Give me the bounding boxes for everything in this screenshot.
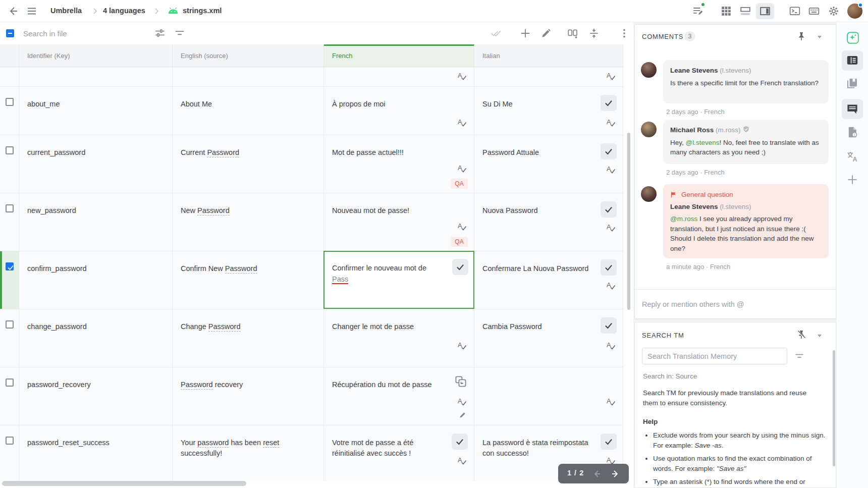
editor-panel-icon[interactable] xyxy=(846,55,858,67)
glossary-books-icon[interactable] xyxy=(846,78,858,90)
spellcheck-icon[interactable] xyxy=(457,341,467,351)
pin-icon[interactable] xyxy=(796,31,806,41)
grid-view-icon[interactable] xyxy=(721,6,732,17)
key-cell[interactable]: current_password xyxy=(19,135,173,193)
spellcheck-icon[interactable] xyxy=(457,456,467,466)
approve-button[interactable] xyxy=(601,433,617,450)
ai-assistant-icon[interactable] xyxy=(846,31,859,44)
comments-panel-icon[interactable] xyxy=(846,103,858,115)
approve-button[interactable] xyxy=(601,259,617,276)
tasks-icon[interactable] xyxy=(692,6,703,17)
add-key-icon[interactable] xyxy=(520,28,531,39)
glossary-term[interactable]: reset xyxy=(263,439,279,448)
italian-cell[interactable]: Su Di Me xyxy=(474,87,623,135)
english-cell[interactable]: About Me xyxy=(173,87,324,135)
approve-all-icon[interactable] xyxy=(491,28,502,39)
unpin-icon[interactable] xyxy=(796,330,806,340)
spellcheck-icon[interactable] xyxy=(606,118,616,128)
italian-cell[interactable]: Nuova Password xyxy=(474,193,623,251)
machine-translation-icon[interactable]: A xyxy=(846,150,858,162)
mention-link[interactable]: @l.stevens xyxy=(686,139,720,146)
spellcheck-icon[interactable] xyxy=(457,118,467,128)
spellcheck-icon[interactable] xyxy=(606,341,616,351)
glossary-term[interactable]: password xyxy=(197,439,229,448)
french-cell[interactable]: Récupération du mot de passe xyxy=(324,367,474,425)
french-cell[interactable]: Mot de passe actuel!!! QA xyxy=(324,135,474,193)
glossary-term[interactable]: Password xyxy=(207,148,239,157)
italian-cell[interactable] xyxy=(474,367,623,425)
english-cell[interactable]: Confirm New Password xyxy=(173,251,324,309)
french-cell[interactable]: Changer le mot de passe xyxy=(324,309,474,367)
mention-link[interactable]: @m.ross xyxy=(670,215,697,223)
french-cell[interactable]: Nouveau mot de passe! QA xyxy=(324,193,474,251)
comment-author[interactable]: Leane Stevens xyxy=(670,203,718,210)
terminal-icon[interactable] xyxy=(789,6,800,17)
bottom-panel-view-icon[interactable] xyxy=(740,6,751,17)
approve-button[interactable] xyxy=(452,433,468,450)
key-cell[interactable]: change_password xyxy=(19,309,173,367)
reply-input[interactable] xyxy=(635,290,836,318)
spellcheck-icon[interactable] xyxy=(606,281,616,291)
row-checkbox[interactable] xyxy=(6,98,14,106)
english-cell[interactable]: Your password has been reset successfull… xyxy=(173,425,324,481)
back-icon[interactable] xyxy=(8,6,19,17)
tune-filter-icon[interactable] xyxy=(154,28,166,39)
select-all-checkbox[interactable] xyxy=(6,29,14,37)
french-cell[interactable]: Votre mot de passe a été réinitialisé av… xyxy=(324,425,474,481)
filter-icon[interactable] xyxy=(174,28,185,39)
menu-icon[interactable] xyxy=(26,6,37,17)
comment-author[interactable]: Michael Ross xyxy=(670,126,714,134)
spellcheck-icon[interactable] xyxy=(457,164,467,174)
spellcheck-icon[interactable] xyxy=(457,71,467,81)
approve-button[interactable] xyxy=(601,317,617,334)
french-cell[interactable]: À propos de moi xyxy=(324,87,474,135)
duplicate-keys-icon[interactable] xyxy=(567,28,578,39)
misspelled-word[interactable]: Pass xyxy=(332,275,348,284)
spellcheck-icon[interactable] xyxy=(606,397,616,407)
spellcheck-icon[interactable] xyxy=(606,223,616,233)
next-page-icon[interactable] xyxy=(610,468,621,479)
english-cell[interactable]: Current Password xyxy=(173,135,324,193)
key-cell[interactable]: password_recovery xyxy=(19,367,173,425)
breadcrumb-languages[interactable]: 4 languages xyxy=(103,7,145,15)
table-horizontal-scrollbar[interactable] xyxy=(2,481,246,486)
glossary-term[interactable]: Password xyxy=(181,381,213,390)
english-cell[interactable]: Change Password xyxy=(173,309,324,367)
key-cell[interactable]: about_me xyxy=(19,87,173,135)
tm-filter-icon[interactable] xyxy=(794,351,804,361)
prev-page-icon[interactable] xyxy=(591,468,603,479)
tm-search-input[interactable] xyxy=(642,348,787,364)
row-checkbox[interactable] xyxy=(6,378,14,387)
breadcrumb-project[interactable]: Umbrella xyxy=(50,7,82,15)
edit-icon[interactable] xyxy=(540,28,552,39)
translation-edit-box[interactable]: Confirmer le nouveau mot de Pass xyxy=(323,251,474,309)
key-cell[interactable] xyxy=(19,67,173,86)
english-cell[interactable]: New Password xyxy=(173,193,324,251)
spellcheck-icon[interactable] xyxy=(606,71,616,81)
right-panel-view-icon[interactable] xyxy=(760,6,771,17)
key-cell[interactable]: password_reset_success xyxy=(19,425,173,481)
collapse-caret-icon[interactable] xyxy=(816,332,824,340)
french-cell[interactable] xyxy=(324,67,474,86)
approve-button[interactable] xyxy=(601,143,617,159)
spellcheck-icon[interactable] xyxy=(606,165,616,175)
approve-button[interactable] xyxy=(601,95,617,111)
row-checkbox[interactable] xyxy=(6,146,14,154)
insert-source-icon[interactable] xyxy=(455,375,467,388)
italian-cell[interactable]: Confermare La Nuova Password xyxy=(474,251,623,309)
english-cell[interactable] xyxy=(173,67,324,86)
glossary-term[interactable]: Password xyxy=(225,264,257,274)
key-details-icon[interactable] xyxy=(846,126,858,138)
qa-issue-badge[interactable]: QA xyxy=(451,179,468,189)
header-english[interactable]: English (source) xyxy=(173,44,324,67)
breadcrumb-file[interactable]: strings.xml xyxy=(183,7,222,15)
italian-cell[interactable] xyxy=(474,67,623,86)
approve-button[interactable] xyxy=(452,259,468,275)
collapse-caret-icon[interactable] xyxy=(816,33,824,41)
italian-cell[interactable]: Password Attuale xyxy=(474,135,623,193)
key-cell[interactable]: new_password xyxy=(19,193,173,251)
table-vertical-scrollbar[interactable] xyxy=(627,133,630,310)
header-italian[interactable]: Italian xyxy=(474,44,623,67)
more-options-icon[interactable] xyxy=(619,28,630,39)
settings-gear-icon[interactable] xyxy=(828,6,839,17)
